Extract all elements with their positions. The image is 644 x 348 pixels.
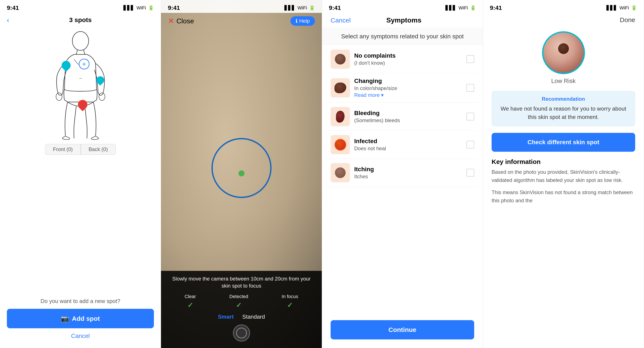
status-time-3: 9:41	[329, 4, 341, 11]
done-button[interactable]: Done	[620, 16, 635, 23]
mole-spot	[558, 43, 569, 54]
detected-spot	[238, 170, 244, 176]
status-icons-2: ▋▋▋ WiFi 🔋	[284, 5, 315, 11]
recommendation-box: Recommendation We have not found a reaso…	[492, 91, 635, 126]
body-svg[interactable]: +	[46, 29, 115, 141]
svg-line-1	[76, 50, 78, 54]
body-outline	[46, 29, 115, 141]
panel4-header: Done	[483, 13, 644, 27]
spot-marker-add[interactable]: +	[79, 59, 90, 69]
panel3-footer: Continue	[322, 316, 483, 348]
result-section: Low Risk	[483, 27, 644, 89]
checkbox-infected[interactable]	[466, 141, 474, 149]
status-time-4: 9:41	[490, 4, 502, 11]
battery-icon-4: 🔋	[631, 5, 637, 11]
cancel-link-1[interactable]: Cancel	[7, 333, 154, 340]
camera-focus-circle	[212, 138, 272, 198]
status-icons-4: ▋▋▋ WiFi 🔋	[606, 5, 637, 11]
add-spot-label: Add spot	[72, 315, 100, 322]
wifi-icon-4: WiFi	[620, 5, 629, 11]
svg-line-2	[84, 50, 85, 54]
status-time-1: 9:41	[7, 4, 19, 11]
read-more-link[interactable]: Read more ▾	[354, 92, 462, 98]
camera-indicators: Clear ✓ Detected ✓ In focus ✓	[168, 294, 315, 309]
checkbox-bleeding[interactable]	[466, 113, 474, 120]
symptom-name-3: Infected	[354, 138, 462, 145]
symptom-desc-1: In color/shape/size	[354, 85, 462, 91]
add-spot-icon[interactable]: +	[79, 59, 90, 69]
symptom-item-infected[interactable]: Infected Does not heal	[326, 131, 478, 159]
risk-label: Low Risk	[551, 78, 576, 84]
mode-smart[interactable]: Smart	[218, 314, 234, 320]
spot-icon-bleeding	[336, 111, 344, 123]
add-spot-prompt: Do you want to add a new spot?	[7, 298, 154, 305]
symptom-item-no-complaints[interactable]: No complaints (I don't know)	[326, 45, 478, 73]
camera-bottom-overlay: Slowly move the camera between 10cm and …	[161, 271, 322, 348]
symptom-list: No complaints (I don't know) Changing In…	[322, 45, 483, 316]
close-x-icon: ✕	[168, 16, 174, 25]
recommendation-text: We have not found a reason for you to wo…	[498, 105, 628, 121]
status-icons-3: ▋▋▋ WiFi 🔋	[446, 5, 476, 11]
shutter-inner	[236, 328, 247, 338]
spot-marker-1[interactable]	[62, 61, 71, 70]
detected-label: Detected	[229, 294, 248, 299]
wifi-icon-2: WiFi	[298, 5, 307, 11]
continue-button[interactable]: Continue	[330, 320, 474, 340]
battery-icon-2: 🔋	[309, 5, 315, 11]
panel-body-map: 9:41 ▋▋▋ WiFi 🔋 ‹ 3 spots	[0, 0, 161, 348]
panel1-header: ‹ 3 spots	[0, 13, 161, 27]
spot-marker-4[interactable]	[78, 100, 87, 109]
checkbox-itching[interactable]	[466, 169, 474, 176]
skin-spot-image	[542, 31, 585, 74]
shutter-button[interactable]	[233, 325, 250, 342]
signal-icon-3: ▋▋▋	[446, 5, 456, 11]
symptom-desc-3: Does not heal	[354, 146, 462, 152]
help-icon: ℹ	[296, 18, 298, 24]
spot-icon-dark-brown	[334, 82, 346, 93]
symptom-info-changing: Changing In color/shape/size Read more ▾	[354, 78, 462, 98]
help-button[interactable]: ℹ Help	[290, 16, 315, 26]
svg-point-4	[99, 93, 105, 101]
panel-symptoms: 9:41 ▋▋▋ WiFi 🔋 Cancel Symptoms Select a…	[322, 0, 483, 348]
battery-icon: 🔋	[148, 5, 154, 11]
focus-label: In focus	[282, 294, 298, 299]
back-tab[interactable]: Back (0)	[81, 144, 116, 155]
camera-icon: 📷	[61, 315, 69, 322]
wifi-icon-3: WiFi	[458, 5, 468, 11]
symptom-thumb-infected	[330, 135, 350, 154]
signal-icon: ▋▋▋	[124, 5, 134, 11]
svg-point-0	[72, 31, 89, 50]
close-button[interactable]: ✕ Close	[168, 16, 194, 25]
battery-icon-3: 🔋	[470, 5, 476, 11]
symptom-thumb-bleeding	[330, 107, 350, 126]
check-spot-button[interactable]: Check different skin spot	[492, 133, 635, 152]
symptom-name-4: Itching	[354, 166, 462, 173]
camera-mode-selector: Smart Standard	[168, 314, 315, 320]
svg-point-3	[56, 93, 62, 101]
symptom-item-itching[interactable]: Itching Itches	[326, 159, 478, 187]
spot-icon-infected	[334, 139, 346, 151]
symptom-info-infected: Infected Does not heal	[354, 138, 462, 152]
clear-check: ✓	[188, 301, 193, 309]
checkbox-changing[interactable]	[466, 84, 474, 92]
cancel-button-3[interactable]: Cancel	[330, 17, 350, 24]
camera-view: Slowly move the camera between 10cm and …	[161, 0, 322, 348]
panel-camera: 9:41 ▋▋▋ WiFi 🔋 ✕ Close ℹ Help Slowly mo…	[161, 0, 322, 348]
status-icons-1: ▋▋▋ WiFi 🔋	[124, 5, 154, 11]
mode-standard[interactable]: Standard	[242, 314, 265, 320]
symptom-info-itching: Itching Itches	[354, 166, 462, 179]
symptom-desc-0: (I don't know)	[354, 60, 462, 66]
back-button[interactable]: ‹	[7, 16, 9, 24]
status-time-2: 9:41	[168, 4, 180, 11]
add-spot-button[interactable]: 📷 Add spot	[7, 309, 154, 328]
front-tab[interactable]: Front (0)	[45, 144, 81, 155]
spot-marker-3[interactable]	[96, 76, 104, 84]
wifi-icon: WiFi	[136, 5, 146, 11]
symptom-item-changing[interactable]: Changing In color/shape/size Read more ▾	[326, 73, 478, 103]
help-label: Help	[299, 18, 310, 24]
symptom-item-bleeding[interactable]: Bleeding (Sometimes) bleeds	[326, 103, 478, 131]
symptom-info-no-complaints: No complaints (I don't know)	[354, 52, 462, 66]
spot-icon-brown	[335, 54, 346, 64]
panel3-header: Cancel Symptoms	[322, 13, 483, 28]
checkbox-no-complaints[interactable]	[466, 55, 474, 63]
